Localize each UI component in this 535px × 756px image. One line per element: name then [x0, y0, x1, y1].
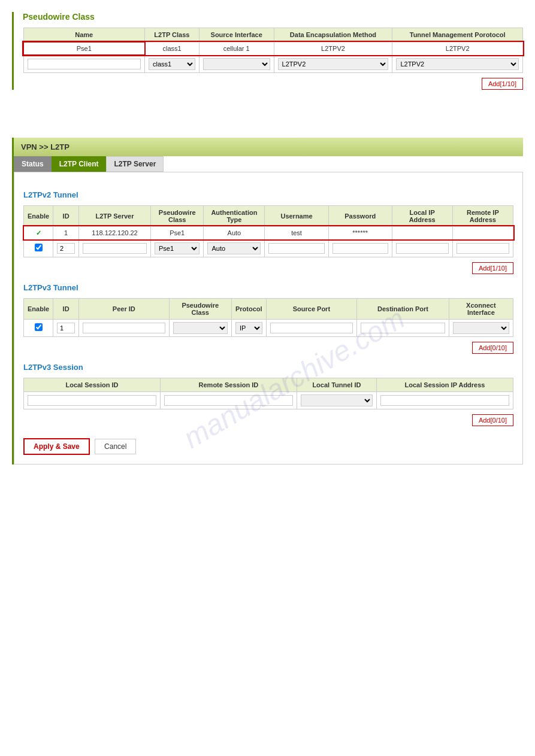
pw-row-tunnel: L2TPV2 — [392, 42, 523, 55]
pw-add-button[interactable]: Add[1/10] — [482, 78, 523, 90]
l2tpv3-session-title: L2TPv3 Session — [23, 363, 513, 372]
l2tpv2-new-row: Pse1 Auto — [24, 239, 513, 257]
l2tpv2-row-enable: ✓ — [24, 226, 53, 239]
l2tpv2-new-server[interactable] — [79, 239, 151, 257]
l2tpv3-dstport-input[interactable] — [361, 323, 445, 333]
l2tpv3-table: Enable ID Peer ID Pseudowire Class Proto… — [23, 298, 513, 337]
sess-tunnel-id-cell[interactable] — [297, 391, 376, 409]
l2tpv3-col-pwclass: Pseudowire Class — [169, 298, 231, 319]
session-new-row — [24, 391, 513, 409]
tab-l2tp-server[interactable]: L2TP Server — [106, 156, 164, 172]
tab-bar: Status L2TP Client L2TP Server — [14, 156, 523, 172]
l2tpv3-id-cell[interactable] — [53, 319, 79, 336]
action-buttons: Apply & Save Cancel — [23, 438, 513, 455]
pw-encap-select[interactable]: L2TPV2 — [278, 58, 389, 70]
l2tpv2-row-id: 1 — [53, 226, 79, 239]
pw-name-input[interactable] — [28, 59, 141, 69]
sess-local-id-cell[interactable] — [24, 391, 161, 409]
l2tpv2-new-remoteip[interactable] — [452, 239, 513, 257]
sess-remote-id-cell[interactable] — [160, 391, 297, 409]
l2tpv3-srcport-cell[interactable] — [266, 319, 357, 336]
pw-row-name: Pse1 — [23, 42, 145, 55]
l2tpv2-id-input[interactable] — [57, 243, 75, 254]
l2tpv3-enable-checkbox[interactable] — [35, 323, 43, 331]
l2tpv3-title: L2TPv3 Tunnel — [23, 283, 513, 292]
l2tpv3-pwclass-select[interactable] — [173, 322, 228, 334]
pw-new-name-cell[interactable] — [23, 55, 145, 72]
l2tpv3-session-table: Local Session ID Remote Session ID Local… — [23, 378, 513, 409]
pw-row-src: cellular 1 — [199, 42, 274, 55]
l2tpv2-pwd-input[interactable] — [333, 243, 388, 254]
l2tpv3-col-dstport: Destination Port — [357, 298, 449, 319]
pw-col-src: Source Interface — [199, 28, 274, 42]
l2tpv3-enable-cell[interactable] — [24, 319, 53, 336]
pw-add-row: Add[1/10] — [23, 78, 523, 90]
sess-col-ip: Local Session IP Address — [377, 378, 513, 391]
pw-col-encap: Data Encapsulation Method — [274, 28, 392, 42]
l2tpv3-id-input[interactable] — [57, 323, 75, 333]
l2tpv2-title: L2TPv2 Tunnel — [23, 190, 513, 199]
pseudowire-table: Name L2TP Class Source Interface Data En… — [23, 28, 523, 73]
l2tpv2-user-input[interactable] — [268, 243, 324, 254]
pw-l2tp-select[interactable]: class1 — [149, 58, 195, 70]
l2tpv2-row-localip — [392, 226, 452, 239]
l2tpv3-col-proto: Protocol — [231, 298, 266, 319]
sess-col-local: Local Session ID — [24, 378, 161, 391]
l2tpv2-row-remoteip — [452, 226, 513, 239]
l2tpv3-add-row: Add[0/10] — [23, 342, 513, 354]
session-add-button[interactable]: Add[0/10] — [472, 414, 513, 426]
pw-new-l2tp-cell[interactable]: class1 — [145, 55, 200, 72]
l2tpv3-xconn-cell[interactable] — [449, 319, 513, 336]
l2tpv2-new-auth[interactable]: Auto — [204, 239, 265, 257]
pw-row-l2tp: class1 — [145, 42, 200, 55]
l2tpv3-peerid-input[interactable] — [83, 323, 165, 333]
sess-remote-id-input[interactable] — [164, 395, 293, 406]
pw-new-tunnel-cell[interactable]: L2TPV2 — [392, 55, 523, 72]
l2tpv2-remoteip-input[interactable] — [457, 243, 509, 254]
l2tpv3-proto-select[interactable]: IP — [235, 322, 262, 334]
l2tpv3-new-row: IP — [24, 319, 513, 336]
session-add-row: Add[0/10] — [23, 414, 513, 426]
pw-src-select[interactable] — [203, 58, 270, 70]
l2tpv2-col-remoteip: Remote IP Address — [452, 205, 513, 226]
l2tpv2-new-localip[interactable] — [392, 239, 452, 257]
l2tpv2-new-user[interactable] — [265, 239, 328, 257]
l2tpv2-row-pwd: ****** — [328, 226, 392, 239]
l2tpv2-col-pwclass: Pseudowire Class — [150, 205, 204, 226]
l2tpv3-dstport-cell[interactable] — [357, 319, 449, 336]
l2tpv3-proto-cell[interactable]: IP — [231, 319, 266, 336]
sess-local-id-input[interactable] — [28, 395, 156, 406]
l2tpv2-pwclass-select[interactable]: Pse1 — [155, 242, 200, 254]
l2tpv2-auth-select[interactable]: Auto — [207, 242, 261, 254]
sess-ip-cell[interactable] — [377, 391, 513, 409]
pw-new-row: class1 L2TPV2 L2TPV2 — [23, 55, 523, 72]
l2tpv2-new-id[interactable] — [53, 239, 79, 257]
l2tpv2-server-input[interactable] — [83, 243, 147, 254]
l2tpv2-new-enable[interactable] — [24, 239, 53, 257]
l2tpv3-peerid-cell[interactable] — [79, 319, 169, 336]
l2tpv3-srcport-input[interactable] — [270, 323, 353, 333]
l2tpv2-new-pwclass[interactable]: Pse1 — [150, 239, 204, 257]
l2tpv2-col-pwd: Password — [328, 205, 392, 226]
vpn-section: VPN >> L2TP Status L2TP Client L2TP Serv… — [12, 138, 523, 464]
sess-ip-input[interactable] — [380, 395, 509, 406]
l2tpv3-add-button[interactable]: Add[0/10] — [472, 342, 513, 354]
tab-status[interactable]: Status — [14, 156, 52, 172]
sess-tunnel-select[interactable] — [301, 394, 373, 406]
pw-new-encap-cell[interactable]: L2TPV2 — [274, 55, 392, 72]
apply-save-button[interactable]: Apply & Save — [23, 438, 90, 455]
l2tpv2-enable-checkbox[interactable] — [35, 244, 43, 251]
sess-col-remote: Remote Session ID — [160, 378, 297, 391]
l2tpv3-xconn-select[interactable] — [453, 322, 509, 334]
l2tpv2-add-button[interactable]: Add[1/10] — [472, 262, 513, 274]
l2tpv3-col-id: ID — [53, 298, 79, 319]
l2tpv3-pwclass-cell[interactable] — [169, 319, 231, 336]
l2tpv2-col-user: Username — [265, 205, 328, 226]
l2tpv2-localip-input[interactable] — [396, 243, 449, 254]
tab-l2tp-client[interactable]: L2TP Client — [52, 156, 107, 172]
pw-new-src-cell[interactable] — [199, 55, 274, 72]
pw-tunnel-select[interactable]: L2TPV2 — [396, 58, 519, 70]
l2tpv3-col-enable: Enable — [24, 298, 53, 319]
l2tpv2-new-pwd[interactable] — [328, 239, 392, 257]
cancel-button[interactable]: Cancel — [95, 439, 136, 454]
